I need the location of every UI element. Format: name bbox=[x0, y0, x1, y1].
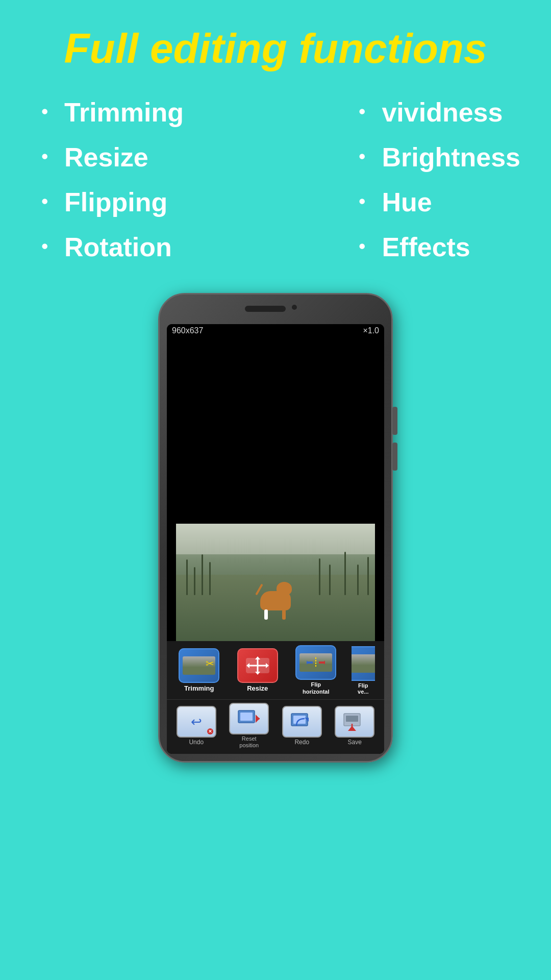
resolution-display: 960x637 bbox=[172, 326, 203, 335]
features-container: ・ Trimming ・ Resize ・ Flipping ・ Rotatio… bbox=[0, 87, 551, 273]
flip-vertical-icon bbox=[352, 646, 375, 681]
phone-screen: 960x637 ×1.0 bbox=[167, 324, 384, 754]
dog-leg-front bbox=[264, 609, 268, 620]
features-right-col: ・ vividness ・ Brightness ・ Hue ・ Effects bbox=[348, 97, 520, 262]
feature-resize: ・ Resize bbox=[31, 142, 184, 173]
page-title: Full editing functions bbox=[0, 0, 551, 87]
redo-label: Redo bbox=[294, 739, 309, 746]
trimming-icon: ✂ bbox=[179, 648, 219, 683]
svg-rect-9 bbox=[307, 662, 313, 664]
feature-hue: ・ Hue bbox=[348, 187, 520, 217]
grass-stalk bbox=[329, 565, 331, 595]
resize-icon bbox=[237, 648, 278, 683]
resize-arrows-svg bbox=[244, 654, 271, 677]
save-icon bbox=[335, 706, 374, 738]
tool-trimming[interactable]: ✂ Trimming bbox=[176, 648, 222, 692]
grass-stalk bbox=[194, 567, 195, 595]
dog-head bbox=[277, 582, 292, 595]
feature-flipping: ・ Flipping bbox=[31, 187, 184, 217]
feature-label-resize: Resize bbox=[64, 142, 148, 173]
flip-horizontal-icon bbox=[295, 645, 336, 680]
grass-stalk bbox=[202, 554, 203, 595]
reset-arrows-svg bbox=[236, 708, 262, 729]
undo-button[interactable]: ↩ ✕ Undo bbox=[174, 706, 218, 746]
feature-effects: ・ Effects bbox=[348, 232, 520, 262]
phone-body: 960x637 ×1.0 bbox=[158, 293, 393, 763]
svg-rect-11 bbox=[319, 662, 325, 664]
reset-position-button[interactable]: Resetposition bbox=[227, 703, 271, 749]
feature-label-rotation: Rotation bbox=[64, 232, 172, 262]
grass-stalk bbox=[209, 562, 211, 595]
bullet-icon: ・ bbox=[31, 189, 57, 215]
flip-h-arrows-svg bbox=[306, 656, 326, 669]
feature-label-effects: Effects bbox=[382, 232, 470, 262]
phone-speaker bbox=[245, 306, 286, 312]
flip-horizontal-label: Fliphorizontal bbox=[303, 681, 330, 695]
bullet-icon: ・ bbox=[31, 99, 57, 126]
reset-icon bbox=[229, 703, 269, 734]
tool-flip-horizontal[interactable]: Fliphorizontal bbox=[293, 645, 339, 695]
flip-vertical-label: Flipve... bbox=[358, 682, 368, 695]
feature-label-flipping: Flipping bbox=[64, 187, 167, 217]
redo-button[interactable]: Redo bbox=[280, 706, 324, 746]
bullet-icon: ・ bbox=[31, 144, 57, 170]
bullet-icon: ・ bbox=[348, 234, 374, 260]
bullet-icon: ・ bbox=[348, 189, 374, 215]
dog-body bbox=[260, 591, 291, 610]
save-svg bbox=[342, 712, 367, 732]
undo-icon: ↩ ✕ bbox=[177, 706, 216, 738]
resize-label: Resize bbox=[247, 684, 268, 692]
feature-label-vividness: vividness bbox=[382, 97, 503, 128]
tool-flip-vertical[interactable]: Flipve... bbox=[352, 646, 375, 695]
sky-bg bbox=[176, 524, 375, 554]
redo-icon bbox=[282, 706, 322, 738]
volume-up-button bbox=[392, 407, 397, 435]
reset-label: Resetposition bbox=[239, 736, 259, 749]
grass-stalk bbox=[319, 558, 320, 595]
features-left-col: ・ Trimming ・ Resize ・ Flipping ・ Rotatio… bbox=[31, 97, 184, 262]
volume-down-button bbox=[392, 443, 397, 471]
grass-stalk bbox=[186, 559, 188, 595]
canvas-area[interactable] bbox=[167, 337, 384, 641]
grass-stalk bbox=[344, 552, 346, 595]
svg-rect-20 bbox=[346, 716, 358, 722]
feature-label-hue: Hue bbox=[382, 187, 432, 217]
bullet-icon: ・ bbox=[31, 234, 57, 260]
bullet-icon: ・ bbox=[348, 144, 374, 170]
svg-rect-13 bbox=[240, 713, 253, 721]
save-button[interactable]: Save bbox=[333, 706, 377, 746]
phone-mockup: 960x637 ×1.0 bbox=[158, 293, 393, 763]
trimming-label: Trimming bbox=[184, 684, 214, 692]
dog-leg-back bbox=[282, 609, 286, 620]
edit-toolbar: ✂ Trimming bbox=[167, 641, 384, 699]
zoom-display: ×1.0 bbox=[363, 326, 379, 335]
phone-camera bbox=[291, 304, 298, 311]
feature-label-brightness: Brightness bbox=[382, 142, 520, 173]
tool-resize[interactable]: Resize bbox=[235, 648, 281, 692]
page-root: Full editing functions ・ Trimming ・ Resi… bbox=[0, 0, 551, 980]
feature-label-trimming: Trimming bbox=[64, 97, 184, 128]
feature-brightness: ・ Brightness bbox=[348, 142, 520, 173]
action-toolbar: ↩ ✕ Undo bbox=[167, 699, 384, 754]
redo-svg bbox=[289, 712, 315, 732]
bullet-icon: ・ bbox=[348, 99, 374, 126]
grass-stalk bbox=[357, 565, 359, 595]
dog-photo bbox=[176, 524, 375, 641]
dog-shape bbox=[260, 591, 291, 610]
save-label: Save bbox=[348, 739, 362, 746]
feature-rotation: ・ Rotation bbox=[31, 232, 184, 262]
grass-stalk bbox=[367, 557, 369, 595]
undo-label: Undo bbox=[189, 739, 204, 746]
feature-trimming: ・ Trimming bbox=[31, 97, 184, 128]
screen-topbar: 960x637 ×1.0 bbox=[167, 324, 384, 337]
feature-vividness: ・ vividness bbox=[348, 97, 520, 128]
